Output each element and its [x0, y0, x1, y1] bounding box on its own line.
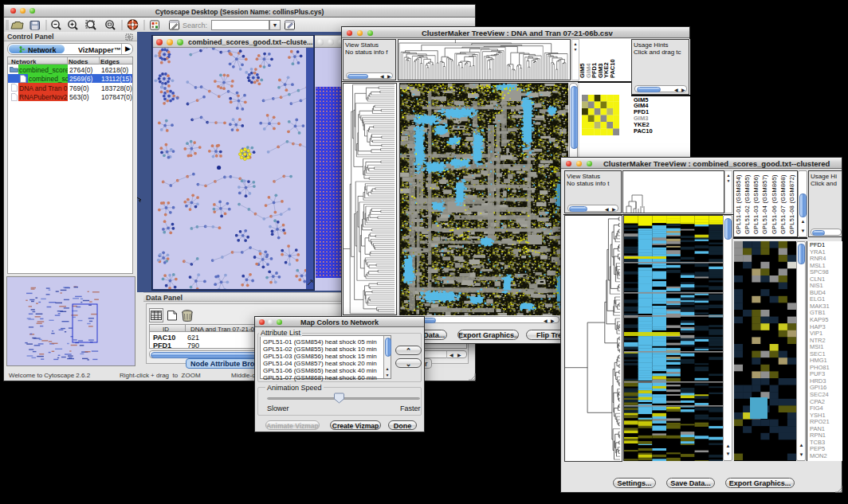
svg-text:PAC10: PAC10	[609, 59, 616, 78]
svg-text:GPL51-06 (GSM865): GPL51-06 (GSM865)	[771, 174, 778, 234]
svg-text:GPL51-08 (GSM872): GPL51-08 (GSM872)	[788, 174, 795, 234]
svg-text:GPL51-04 (GSM857): GPL51-04 (GSM857)	[761, 174, 768, 234]
svg-text:GPL51-03 (GSM856): GPL51-03 (GSM856)	[752, 174, 760, 234]
svg-text:GPL51-02 (GSM855): GPL51-02 (GSM855)	[744, 174, 751, 234]
svg-text:GPL51-01 (GSM854): GPL51-01 (GSM854)	[735, 174, 742, 234]
svg-text:GPL51-07 (GSM868): GPL51-07 (GSM868)	[779, 174, 787, 234]
